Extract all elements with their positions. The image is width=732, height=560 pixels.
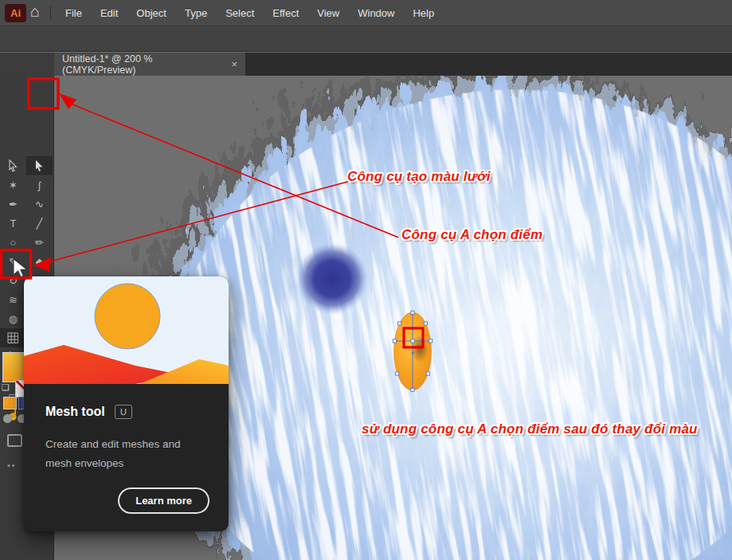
menu-object[interactable]: Object <box>136 7 166 19</box>
tooltip-illustration <box>24 276 229 384</box>
learn-more-button[interactable]: Learn more <box>118 488 209 514</box>
shape-builder-tool[interactable]: ◍ <box>0 309 26 328</box>
screen-mode-icon[interactable] <box>7 434 22 447</box>
document-tab-title: Untitled-1* @ 200 % (CMYK/Preview) <box>62 53 221 76</box>
menu-file[interactable]: File <box>65 7 82 19</box>
more-tools-icon[interactable]: •• <box>7 460 17 470</box>
curvature-tool[interactable]: ∿ <box>26 194 53 213</box>
shortcut-key-badge: U <box>115 405 132 419</box>
menu-effect[interactable]: Effect <box>272 7 299 19</box>
type-tool[interactable]: T <box>0 213 26 233</box>
menu-help[interactable]: Help <box>413 7 434 19</box>
tooltip-title: Mesh tool <box>45 405 105 419</box>
tooltip-description: Create and edit meshes and mesh envelope… <box>45 435 209 472</box>
control-bar: Mesh Points Opacity: 100% › X: ▴▾ -359.3… <box>0 26 732 52</box>
tool-panel-header: « <box>0 53 54 76</box>
menu-bar: Ai ⌂ File Edit Object Type Select Effect… <box>0 0 732 26</box>
direct-selection-tool[interactable] <box>26 156 53 175</box>
menu-window[interactable]: Window <box>358 7 394 19</box>
annotation-select-tool: Công cụ A chọn điểm <box>401 227 542 243</box>
menu-view[interactable]: View <box>317 7 339 19</box>
color-button[interactable] <box>3 397 17 409</box>
sun-shape <box>95 284 160 349</box>
tooltip-body: Mesh tool U Create and edit meshes and m… <box>24 384 229 531</box>
close-tab-icon[interactable]: × <box>231 58 237 70</box>
magic-wand-tool[interactable]: ✶ <box>0 175 26 194</box>
lasso-tool[interactable]: ʃ <box>26 175 53 194</box>
menu-edit[interactable]: Edit <box>100 7 118 19</box>
eraser-tool[interactable]: ◆ <box>26 252 53 271</box>
swap-fill-stroke-icon[interactable]: ❏ <box>2 382 10 393</box>
shaper-tool[interactable]: ✎ <box>0 252 26 271</box>
menu-select[interactable]: Select <box>225 7 254 19</box>
home-icon[interactable]: ⌂ <box>30 2 40 21</box>
width-tool[interactable]: ≋ <box>0 290 26 309</box>
rotate-tool[interactable]: ↻ <box>0 271 26 290</box>
illustrator-logo[interactable]: Ai <box>5 4 26 22</box>
ellipse-tool[interactable]: ○ <box>0 233 26 252</box>
paintbrush-tool[interactable]: ✏ <box>26 233 53 252</box>
draw-normal-icon[interactable] <box>3 414 12 423</box>
mesh-tool-tooltip: Mesh tool U Create and edit meshes and m… <box>24 276 229 531</box>
mesh-tool[interactable] <box>0 328 26 347</box>
annotation-mesh-tool: Công cụ tạo màu lưới <box>347 169 491 185</box>
line-segment-tool[interactable]: ╱ <box>26 213 53 233</box>
document-tab[interactable]: Untitled-1* @ 200 % (CMYK/Preview) × <box>54 53 245 76</box>
selection-tool[interactable] <box>0 156 26 175</box>
menu-type[interactable]: Type <box>185 7 207 19</box>
mesh-color-spot <box>296 243 368 315</box>
annotation-usage-note: sử dụng công cụ A chọn điểm sau đó thay … <box>362 421 698 437</box>
pen-tool[interactable]: ✒ <box>0 194 26 213</box>
